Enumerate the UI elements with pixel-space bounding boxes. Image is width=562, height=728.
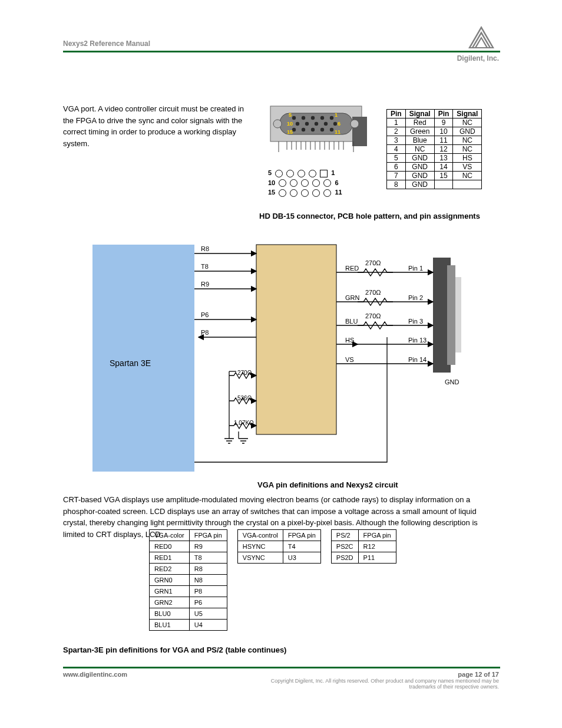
res-270-c: 270Ω <box>365 312 381 319</box>
pcb-hole-pattern: 5 1 10 6 15 11 <box>268 167 342 197</box>
svg-point-11 <box>305 122 309 126</box>
small-th: FPGA pin <box>283 530 320 541</box>
small-td: GRN1 <box>150 586 190 597</box>
pin-th-pin1: Pin <box>387 110 406 118</box>
small-td: HSYNC <box>237 541 283 552</box>
db15-connector-illustration: 5 1 10 6 15 11 <box>268 100 369 165</box>
pin-cell: 11 <box>434 136 453 145</box>
small-td: U5 <box>189 608 227 620</box>
svg-point-13 <box>324 122 328 126</box>
pin-cell: HS <box>453 154 482 163</box>
pin-t8: T8 <box>201 263 209 270</box>
fpga-label: Spartan 3E <box>110 358 151 368</box>
svg-point-4 <box>351 120 359 128</box>
fpga-pin-table: VGA-colorFPGA pinRED0R9RED1T8RED2R8GRN0N… <box>149 529 227 631</box>
intro-paragraph: VGA port. A video controller circuit mus… <box>63 103 246 149</box>
svg-point-18 <box>320 128 324 131</box>
small-td: GRN0 <box>150 575 190 586</box>
small-td: P6 <box>189 597 227 608</box>
company-name: Digilent, Inc. <box>457 54 499 62</box>
small-td: U4 <box>189 620 227 631</box>
page-number: page 12 of 17 <box>252 671 499 678</box>
pin-p8: P8 <box>201 329 209 336</box>
svg-point-19 <box>330 128 333 131</box>
res-270-b: 270Ω <box>365 289 381 296</box>
hole-row2-left: 10 <box>268 179 275 186</box>
small-td: PS2D <box>331 552 358 564</box>
r-ladder-270: 270Ω <box>237 370 252 376</box>
r-ladder-107k: 1.07KΩ <box>234 420 254 426</box>
pin-th-pin2: Pin <box>434 110 453 118</box>
pin-cell: 7 <box>387 172 406 180</box>
pin-cell: 5 <box>387 154 406 163</box>
r-ladder-536: 536Ω <box>237 395 252 401</box>
small-th: FPGA pin <box>189 530 227 541</box>
small-td: P8 <box>189 586 227 597</box>
doc-title: Nexys2 Reference Manual <box>63 39 150 48</box>
pin-cell: GND <box>405 172 434 180</box>
svg-point-17 <box>311 128 315 131</box>
vga-block-diagram <box>92 243 500 479</box>
conn-gnd: GND <box>445 378 459 386</box>
pin-label-11: 11 <box>335 129 340 135</box>
small-td: RED1 <box>150 552 190 564</box>
pin-cell: NC <box>453 145 482 154</box>
sig-blu: BLU <box>345 318 358 325</box>
pin-cell: 13 <box>434 154 453 163</box>
hole-row1-right: 1 <box>331 169 335 176</box>
pin-cell: Blue <box>405 136 434 145</box>
small-td: R9 <box>189 541 227 552</box>
pin-cell: Green <box>405 127 434 136</box>
small-td: RED2 <box>150 564 190 575</box>
conn-pin1: Pin 1 <box>408 265 423 272</box>
copyright: Copyright Digilent, Inc. All rights rese… <box>252 678 499 690</box>
svg-point-8 <box>320 116 324 120</box>
pin-cell: 6 <box>387 163 406 172</box>
small-td: BLU1 <box>150 620 190 631</box>
pin-cell: NC <box>453 172 482 180</box>
svg-point-12 <box>315 122 318 126</box>
fpga-pin-table: VGA-controlFPGA pinHSYNCT4VSYNCU3 <box>237 529 321 564</box>
pin-cell: GND <box>453 127 482 136</box>
fpga-pin-tables: VGA-colorFPGA pinRED0R9RED1T8RED2R8GRN0N… <box>149 529 406 631</box>
pin-cell: 1 <box>387 118 406 127</box>
pin-cell: GND <box>405 154 434 163</box>
small-td: R8 <box>189 564 227 575</box>
pin-cell: NC <box>405 145 434 154</box>
pin-cell <box>434 180 453 189</box>
svg-rect-39 <box>455 277 461 353</box>
sig-vs: VS <box>345 356 354 363</box>
svg-point-5 <box>292 116 296 120</box>
pin-r8: R8 <box>201 245 209 252</box>
svg-point-6 <box>302 116 305 120</box>
pin-cell: 2 <box>387 127 406 136</box>
small-th: VGA-color <box>150 530 190 541</box>
pin-cell: 15 <box>434 172 453 180</box>
pin-th-sig2: Signal <box>453 110 482 118</box>
small-td: VSYNC <box>237 552 283 564</box>
pin-cell: NC <box>453 118 482 127</box>
block-caption: VGA pin definitions and Nexys2 circuit <box>257 480 398 489</box>
res-270-a: 270Ω <box>365 259 381 266</box>
pin-cell: Red <box>405 118 434 127</box>
table-continues-caption: Spartan-3E pin definitions for VGA and P… <box>63 645 286 654</box>
pin-cell: GND <box>405 163 434 172</box>
pin-cell: NC <box>453 136 482 145</box>
pin-r9: R9 <box>201 281 209 288</box>
pin-cell <box>453 180 482 189</box>
pin-cell: 10 <box>434 127 453 136</box>
pin-label-15: 15 <box>287 129 293 135</box>
footer-rule <box>63 667 500 668</box>
conn-pin2: Pin 2 <box>408 294 423 301</box>
footer-url: www.digilentinc.com <box>63 671 127 678</box>
small-th: PS/2 <box>331 530 358 541</box>
conn-pin14: Pin 14 <box>408 356 427 363</box>
pin-p6: P6 <box>201 311 209 318</box>
pin-cell: VS <box>453 163 482 172</box>
pin-label-5: 5 <box>289 112 292 118</box>
small-td: P11 <box>358 552 396 564</box>
header-rule <box>63 51 500 52</box>
small-td: RED0 <box>150 541 190 552</box>
db15-caption: HD DB-15 connector, PCB hole pattern, an… <box>259 212 480 220</box>
pin-cell: 12 <box>434 145 453 154</box>
